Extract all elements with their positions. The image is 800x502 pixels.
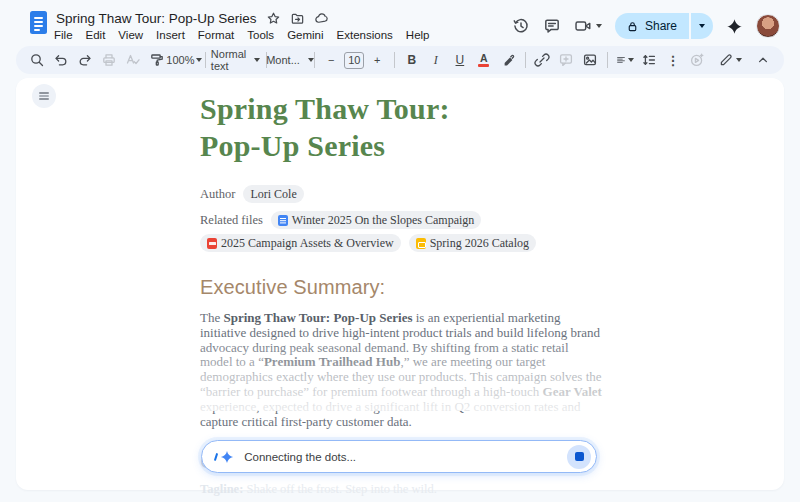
docs-file-icon: [278, 215, 288, 226]
menu-view[interactable]: View: [118, 29, 143, 41]
pdf-file-icon: [207, 238, 217, 249]
cursor-tick-icon: [214, 452, 219, 460]
outline-toggle-button[interactable]: [32, 84, 56, 108]
increase-font-size-button[interactable]: +: [366, 49, 388, 71]
activity-icon[interactable]: [686, 49, 708, 71]
share-label: Share: [645, 19, 677, 33]
toolbar-divider: [205, 52, 206, 68]
menu-file[interactable]: File: [54, 29, 73, 41]
gemini-spark-icon: [215, 450, 234, 464]
doc-heading-title[interactable]: Spring Thaw Tour: Pop-Up Series: [200, 90, 604, 164]
related-file-chip[interactable]: Winter 2025 On the Slopes Campaign: [271, 211, 482, 229]
more-options-button[interactable]: ⋮: [662, 49, 684, 71]
executive-summary-heading[interactable]: Executive Summary:: [200, 276, 604, 299]
video-call-caret-icon[interactable]: [596, 24, 602, 28]
gemini-status-text: Connecting the dots...: [244, 451, 356, 463]
redo-button[interactable]: [74, 49, 96, 71]
app-header: Spring Thaw Tour: Pop-Up Series File Edi…: [0, 0, 800, 46]
styles-select[interactable]: Normal text: [211, 49, 259, 71]
format-toolbar: 100% Normal text Mont... − 10 + B I U A …: [16, 46, 784, 74]
menu-insert[interactable]: Insert: [156, 29, 185, 41]
author-row: Author Lori Cole: [200, 185, 604, 203]
undo-button[interactable]: [50, 49, 72, 71]
share-dropdown-button[interactable]: [691, 13, 713, 39]
add-comment-button[interactable]: [555, 49, 577, 71]
share-button[interactable]: Share: [615, 13, 713, 39]
zoom-select[interactable]: 100%: [170, 49, 199, 71]
gemini-status-bar[interactable]: Connecting the dots...: [201, 440, 597, 473]
google-docs-logo-icon[interactable]: [30, 11, 47, 34]
font-select[interactable]: Mont...: [272, 49, 307, 71]
stop-generating-button[interactable]: [567, 445, 591, 469]
paint-format-button[interactable]: [146, 49, 168, 71]
print-button[interactable]: [98, 49, 120, 71]
decrease-font-size-button[interactable]: −: [320, 49, 342, 71]
author-chip[interactable]: Lori Cole: [243, 185, 303, 203]
slides-file-icon: [416, 238, 426, 249]
stop-icon: [575, 452, 584, 461]
cloud-saved-icon[interactable]: [314, 11, 330, 26]
lock-icon: [626, 20, 639, 33]
move-folder-icon[interactable]: [290, 11, 305, 26]
search-menus-button[interactable]: [26, 49, 48, 71]
account-avatar[interactable]: [756, 14, 780, 38]
gemini-star-icon[interactable]: [726, 18, 743, 35]
document-canvas[interactable]: Spring Thaw Tour: Pop-Up Series Author L…: [16, 78, 784, 490]
line-spacing-button[interactable]: [638, 49, 660, 71]
bold-button[interactable]: B: [401, 49, 423, 71]
insert-image-button[interactable]: [579, 49, 601, 71]
font-size-input[interactable]: 10: [344, 52, 364, 69]
menu-help[interactable]: Help: [406, 29, 430, 41]
document-title[interactable]: Spring Thaw Tour: Pop-Up Series: [56, 11, 257, 26]
video-call-button[interactable]: [574, 17, 602, 35]
menu-tools[interactable]: Tools: [247, 29, 274, 41]
star-icon[interactable]: [266, 11, 281, 26]
toolbar-divider: [314, 52, 315, 68]
editing-mode-button[interactable]: [716, 49, 744, 71]
collapse-toolbar-button[interactable]: [752, 49, 774, 71]
related-file-chip[interactable]: 2025 Campaign Assets & Overview: [200, 234, 401, 252]
version-history-icon[interactable]: [512, 17, 530, 35]
menu-bar: File Edit View Insert Format Tools Gemin…: [54, 29, 429, 41]
menu-edit[interactable]: Edit: [86, 29, 106, 41]
faded-tagline[interactable]: Tagline: Shake off the frost. Step into …: [200, 482, 604, 497]
related-files-row: Related files Winter 2025 On the Slopes …: [200, 211, 620, 252]
related-file-chip[interactable]: Spring 2026 Catalog: [409, 234, 536, 252]
menu-extensions[interactable]: Extensions: [337, 29, 393, 41]
author-label[interactable]: Author: [200, 187, 235, 202]
comments-icon[interactable]: [543, 17, 561, 35]
spellcheck-button[interactable]: [122, 49, 144, 71]
highlight-color-button[interactable]: [497, 49, 519, 71]
menu-format[interactable]: Format: [198, 29, 234, 41]
toolbar-divider: [607, 52, 608, 68]
align-button[interactable]: [614, 49, 636, 71]
italic-button[interactable]: I: [425, 49, 447, 71]
related-files-label[interactable]: Related files: [200, 213, 263, 228]
text-color-button[interactable]: A: [473, 49, 495, 71]
insert-link-button[interactable]: [531, 49, 553, 71]
summary-paragraph[interactable]: The Spring Thaw Tour: Pop-Up Series is a…: [200, 311, 604, 429]
underline-button[interactable]: U: [449, 49, 471, 71]
menu-gemini[interactable]: Gemini: [287, 29, 323, 41]
toolbar-divider: [394, 52, 395, 68]
toolbar-divider: [525, 52, 526, 68]
